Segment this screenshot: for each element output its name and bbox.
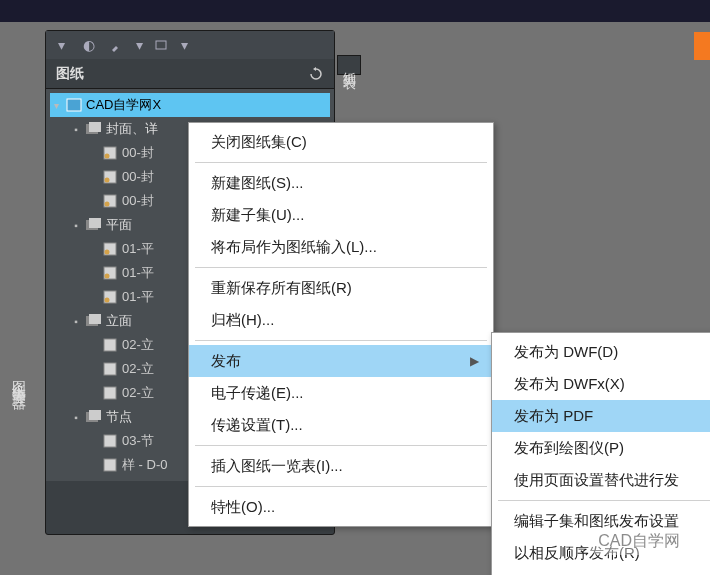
sheet-locked-icon [102,241,118,257]
tree-sheet-label: 00-封 [122,144,154,162]
menu-item[interactable]: 关闭图纸集(C) [189,126,493,158]
tree-sheet-label: 02-立 [122,336,154,354]
collapse-icon[interactable]: ▪ [70,219,82,231]
tree-sheet-label: 00-封 [122,192,154,210]
collapse-icon[interactable]: ▪ [70,315,82,327]
tree-subset-label: 平面 [106,216,132,234]
subset-icon [86,217,102,233]
submenu-item[interactable]: 包含打印戳记(S) [492,569,710,575]
menu-separator [498,500,710,501]
submenu-item[interactable]: 发布为 PDF [492,400,710,432]
tree-subset-label: 立面 [106,312,132,330]
sheet-locked-icon [102,169,118,185]
panel-header: 图纸 [46,59,334,89]
sheet-icon [102,337,118,353]
svg-point-7 [105,178,110,183]
menu-item[interactable]: 归档(H)... [189,304,493,336]
refresh-icon[interactable] [308,66,324,82]
subset-icon [86,313,102,329]
svg-point-5 [105,154,110,159]
menu-item-label: 发布 [211,352,241,371]
tree-sheet-label: 02-立 [122,360,154,378]
svg-rect-3 [89,122,101,132]
svg-rect-11 [89,218,101,228]
svg-rect-21 [104,363,116,375]
svg-rect-26 [104,459,116,471]
svg-point-15 [105,274,110,279]
submenu-item-label: 发布为 DWFx(X) [514,375,625,394]
menu-item-label: 特性(O)... [211,498,275,517]
menu-separator [195,267,487,268]
sheet-locked-icon [102,145,118,161]
svg-rect-0 [156,41,166,49]
sheet-icon [102,385,118,401]
sheet-icon [102,433,118,449]
tree-root-label: CAD自学网X [86,96,161,114]
menu-separator [195,340,487,341]
svg-rect-19 [89,314,101,324]
subset-icon [86,409,102,425]
menu-item-label: 重新保存所有图纸(R) [211,279,352,298]
menu-item-label: 传递设置(T)... [211,416,303,435]
svg-rect-25 [104,435,116,447]
expand-icon[interactable]: ▾ [50,99,62,111]
panel-toolbar: ▾ ◐ ▾ ▾ [46,31,334,59]
menu-item[interactable]: 特性(O)... [189,491,493,523]
menu-item[interactable]: 新建子集(U)... [189,199,493,231]
collapse-icon[interactable]: ▪ [70,411,82,423]
menu-item-label: 归档(H)... [211,311,274,330]
svg-rect-24 [89,410,101,420]
submenu-item[interactable]: 发布为 DWFx(X) [492,368,710,400]
menu-separator [195,486,487,487]
panel-side-title: 图纸集管理器 [10,370,28,388]
submenu-item-label: 发布为 PDF [514,407,593,426]
tree-sheet-label: 01-平 [122,240,154,258]
submenu-item-label: 发布到绘图仪(P) [514,439,624,458]
menu-item[interactable]: 传递设置(T)... [189,409,493,441]
submenu-item-label: 使用页面设置替代进行发 [514,471,679,490]
svg-point-9 [105,202,110,207]
tree-sheet-label: 样 - D-0 [122,456,168,474]
svg-point-13 [105,250,110,255]
svg-point-17 [105,298,110,303]
toolbar-globe-icon[interactable]: ◐ [80,36,98,54]
menu-item[interactable]: 新建图纸(S)... [189,167,493,199]
collapse-icon[interactable]: ▪ [70,123,82,135]
toolbar-tool-icon[interactable] [108,36,126,54]
submenu-item-label: 发布为 DWF(D) [514,343,618,362]
menu-item-label: 插入图纸一览表(I)... [211,457,343,476]
tree-root-node[interactable]: ▾ CAD自学网X [50,93,330,117]
submenu-item[interactable]: 发布为 DWF(D) [492,336,710,368]
submenu-item[interactable]: 使用页面设置替代进行发 [492,464,710,496]
side-tab[interactable]: 纸列表 [337,55,361,75]
toolbar-layers-icon[interactable] [153,36,171,54]
sheet-locked-icon [102,193,118,209]
menu-item-label: 新建图纸(S)... [211,174,304,193]
subset-icon [86,121,102,137]
sheet-icon [102,361,118,377]
menu-item[interactable]: 将布局作为图纸输入(L)... [189,231,493,263]
tree-sheet-label: 01-平 [122,288,154,306]
submenu-item[interactable]: 发布到绘图仪(P) [492,432,710,464]
sheet-locked-icon [102,265,118,281]
menu-item[interactable]: 重新保存所有图纸(R) [189,272,493,304]
menu-item[interactable]: 电子传递(E)... [189,377,493,409]
menu-item-label: 关闭图纸集(C) [211,133,307,152]
panel-title: 图纸 [56,65,84,83]
app-titlebar [0,0,710,22]
context-menu: 关闭图纸集(C)新建图纸(S)...新建子集(U)...将布局作为图纸输入(L)… [188,122,494,527]
orange-accent [694,32,710,60]
tree-subset-label: 节点 [106,408,132,426]
menu-item[interactable]: 发布▶ [189,345,493,377]
tree-sheet-label: 01-平 [122,264,154,282]
toolbar-dropdown-icon[interactable]: ▾ [52,36,70,54]
sheet-locked-icon [102,289,118,305]
svg-rect-1 [67,99,81,111]
menu-item[interactable]: 插入图纸一览表(I)... [189,450,493,482]
tree-sheet-label: 02-立 [122,384,154,402]
tree-sheet-label: 03-节 [122,432,154,450]
tree-sheet-label: 00-封 [122,168,154,186]
sheet-set-icon [66,97,82,113]
corner-logo: CAD自学网 [588,528,690,555]
sheet-icon [102,457,118,473]
